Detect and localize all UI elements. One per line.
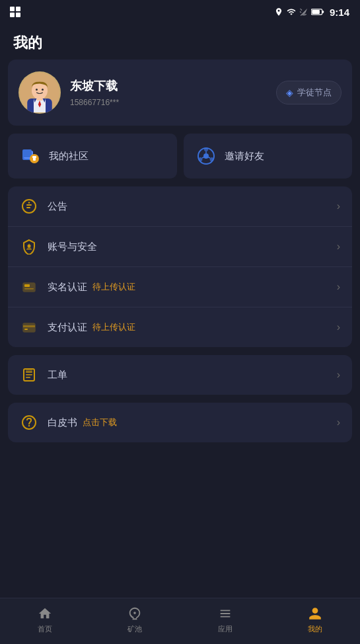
whitepaper-text: 白皮书 点击下载 xyxy=(48,417,328,429)
mine-label: 我的 xyxy=(308,624,322,634)
svg-point-25 xyxy=(204,147,208,151)
profile-section: 东坡下载 158667716*** ◈ 学徒节点 xyxy=(8,60,352,126)
svg-rect-44 xyxy=(26,372,32,373)
real-name-icon xyxy=(20,278,38,296)
whitepaper-icon xyxy=(20,413,38,432)
announcement-item[interactable]: 公告 › xyxy=(8,186,352,227)
workorder-chevron: › xyxy=(337,369,340,381)
mine-icon xyxy=(307,606,323,622)
community-card[interactable]: 我的社区 xyxy=(8,134,177,179)
avatar[interactable] xyxy=(18,71,61,114)
svg-point-24 xyxy=(203,153,209,159)
svg-rect-3 xyxy=(16,13,20,17)
workorder-text: 工单 xyxy=(48,369,328,382)
action-cards: 我的社区 邀请好友 xyxy=(8,134,352,179)
status-bar: 9:14 xyxy=(0,0,360,24)
profile-left: 东坡下载 158667716*** xyxy=(18,71,119,114)
whitepaper-item[interactable]: 白皮书 点击下载 › xyxy=(8,403,352,442)
nav-mine[interactable]: 我的 xyxy=(270,606,360,637)
community-label: 我的社区 xyxy=(49,150,89,163)
invite-card[interactable]: 邀请好友 xyxy=(184,134,353,179)
svg-line-30 xyxy=(202,157,204,159)
svg-rect-0 xyxy=(10,7,15,11)
svg-text:+: + xyxy=(28,242,31,248)
payment-chevron: › xyxy=(337,321,340,333)
menu-section-1: 公告 › + 账号与安全 › xyxy=(8,186,352,347)
menu-section-2: 工单 › xyxy=(8,355,352,395)
svg-rect-1 xyxy=(16,7,20,11)
svg-rect-22 xyxy=(32,156,36,158)
home-label: 首页 xyxy=(38,624,52,634)
svg-point-13 xyxy=(36,89,38,91)
home-icon xyxy=(37,606,53,622)
account-security-chevron: › xyxy=(337,241,340,253)
svg-rect-6 xyxy=(312,10,320,14)
svg-rect-40 xyxy=(23,323,35,332)
svg-rect-19 xyxy=(22,149,32,157)
pool-icon xyxy=(127,606,143,622)
svg-rect-39 xyxy=(24,288,34,290)
bottom-nav: 首页 矿池 应用 我的 xyxy=(0,598,360,644)
badge-label: 学徒节点 xyxy=(297,87,332,99)
svg-point-50 xyxy=(134,612,137,614)
svg-point-26 xyxy=(209,157,213,161)
community-icon xyxy=(18,144,42,168)
page-title: 我的 xyxy=(0,24,360,60)
account-security-item[interactable]: + 账号与安全 › xyxy=(8,227,352,267)
profile-id: 158667716*** xyxy=(70,98,119,107)
nav-apps[interactable]: 应用 xyxy=(180,606,270,637)
account-security-icon: + xyxy=(20,237,38,256)
workorder-icon xyxy=(20,366,38,384)
payment-text: 支付认证 待上传认证 xyxy=(48,321,328,334)
announcement-chevron: › xyxy=(337,200,340,212)
status-left xyxy=(8,5,22,19)
invite-icon xyxy=(194,144,218,168)
svg-line-29 xyxy=(208,157,210,159)
real-name-text: 实名认证 待上传认证 xyxy=(48,281,328,294)
svg-rect-37 xyxy=(23,283,35,292)
status-icons: 9:14 xyxy=(274,7,349,18)
payment-item[interactable]: 支付认证 待上传认证 › xyxy=(8,307,352,347)
real-name-tag: 待上传认证 xyxy=(92,281,135,293)
app-icon xyxy=(8,5,22,19)
svg-rect-32 xyxy=(26,204,32,206)
svg-rect-47 xyxy=(26,370,32,372)
pool-label: 矿池 xyxy=(127,624,142,634)
svg-rect-42 xyxy=(24,329,28,330)
apps-label: 应用 xyxy=(218,624,233,634)
svg-rect-41 xyxy=(23,325,35,327)
svg-rect-33 xyxy=(26,207,30,208)
payment-tag: 待上传认证 xyxy=(92,321,135,333)
whitepaper-tag: 点击下载 xyxy=(83,417,117,428)
nav-home[interactable]: 首页 xyxy=(0,606,90,637)
svg-point-14 xyxy=(42,89,44,91)
clock: 9:14 xyxy=(330,7,349,18)
announcement-icon xyxy=(20,197,38,216)
svg-rect-2 xyxy=(10,13,15,17)
apps-icon xyxy=(217,606,233,622)
account-security-text: 账号与安全 xyxy=(48,241,328,253)
svg-point-34 xyxy=(28,202,30,203)
svg-rect-5 xyxy=(322,11,324,13)
announcement-text: 公告 xyxy=(48,200,328,213)
badge-button[interactable]: ◈ 学徒节点 xyxy=(276,81,342,104)
svg-point-49 xyxy=(28,425,30,426)
profile-info: 东坡下载 158667716*** xyxy=(70,78,119,107)
real-name-item[interactable]: 实名认证 待上传认证 › xyxy=(8,267,352,307)
payment-icon xyxy=(20,318,38,337)
menu-section-3: 白皮书 点击下载 › xyxy=(8,403,352,442)
svg-point-31 xyxy=(22,200,36,213)
scroll-area: 我的 xyxy=(0,24,360,598)
svg-rect-46 xyxy=(26,377,30,378)
diamond-icon: ◈ xyxy=(286,87,293,98)
invite-label: 邀请好友 xyxy=(225,150,264,163)
svg-point-27 xyxy=(198,157,202,161)
nav-pool[interactable]: 矿池 xyxy=(90,606,180,637)
whitepaper-chevron: › xyxy=(337,417,340,428)
svg-rect-38 xyxy=(24,284,30,287)
workorder-item[interactable]: 工单 › xyxy=(8,355,352,395)
profile-name: 东坡下载 xyxy=(70,78,119,94)
real-name-chevron: › xyxy=(337,281,340,293)
svg-rect-45 xyxy=(26,374,32,376)
